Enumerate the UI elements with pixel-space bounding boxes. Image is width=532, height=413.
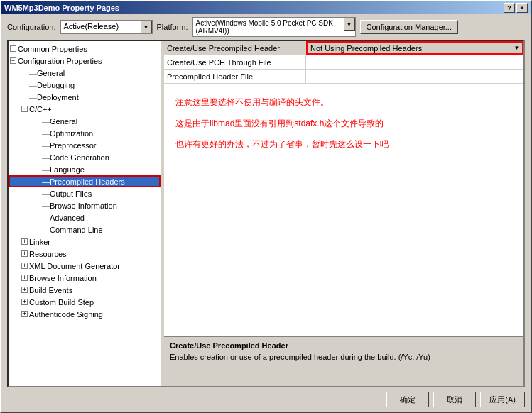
tree-label-config-props: Configuration Properties xyxy=(18,57,102,65)
tree-label-authenticode: Authenticode Signing xyxy=(29,310,103,319)
content-text: 注意这里要选择不使用与编译的头文件。 这是由于libmad里面没有引用到stda… xyxy=(175,95,512,153)
toolbar-row: Configuration: Active(Release) ▼ Platfor… xyxy=(1,14,531,40)
platform-value: Active(Windows Mobile 5.0 Pocket PC SDK … xyxy=(193,18,344,36)
platform-dropdown-arrow[interactable]: ▼ xyxy=(344,18,355,31)
sidebar-item-xml-document[interactable]: + XML Document Generator xyxy=(9,260,161,272)
title-bar-buttons: ? × xyxy=(504,3,528,13)
expand-icon-cpp[interactable]: − xyxy=(21,106,28,112)
tree-connector: — xyxy=(29,81,37,89)
main-content: + Common Properties − Configuration Prop… xyxy=(7,40,525,387)
tree-label-advanced: Advanced xyxy=(50,214,85,222)
tree-label-language: Language xyxy=(50,165,85,174)
sidebar-item-optimization[interactable]: — Optimization xyxy=(9,127,161,139)
expand-icon-config[interactable]: − xyxy=(10,57,16,64)
sidebar-item-language[interactable]: — Language xyxy=(9,163,161,175)
description-text: Enables creation or use of a precompiled… xyxy=(170,353,518,361)
close-button[interactable]: × xyxy=(516,3,528,13)
prop-value-pch-file[interactable] xyxy=(306,70,523,83)
sidebar-item-custom-build-step[interactable]: + Custom Build Step xyxy=(9,296,161,308)
tree-label-common-props: Common Properties xyxy=(18,45,87,53)
prop-name-pch-file: Precompiled Header File xyxy=(164,70,306,83)
window-title: WM5Mp3Demo Property Pages xyxy=(4,4,119,12)
sidebar-item-build-events[interactable]: + Build Events xyxy=(9,284,161,296)
prop-row-pch-file: Precompiled Header File xyxy=(164,70,523,84)
sidebar-item-preprocessor[interactable]: — Preprocessor xyxy=(9,139,161,151)
tree-label-cpp: C/C++ xyxy=(29,105,52,114)
tree-label-optimization: Optimization xyxy=(50,129,93,138)
config-value: Active(Release) xyxy=(61,21,141,33)
expand-icon-authenticode[interactable]: + xyxy=(21,311,28,317)
tree-label-general: General xyxy=(37,69,65,77)
sidebar-item-browse-information-child[interactable]: — Browse Information xyxy=(9,199,161,211)
expand-icon-custom-build[interactable]: + xyxy=(21,299,28,305)
prop-dropdown-arrow[interactable]: ▼ xyxy=(511,43,522,53)
platform-dropdown[interactable]: Active(Windows Mobile 5.0 Pocket PC SDK … xyxy=(192,17,356,37)
sidebar-item-code-generation[interactable]: — Code Generation xyxy=(9,151,161,163)
tree-label-custom-build-step: Custom Build Step xyxy=(29,298,94,307)
content-area: 注意这里要选择不使用与编译的头文件。 这是由于libmad里面没有引用到stda… xyxy=(164,84,523,164)
cancel-button[interactable]: 取消 xyxy=(433,392,476,407)
expand-icon-build-events[interactable]: + xyxy=(21,287,28,293)
prop-row-create-use-pch: Create/Use Precompiled Header Not Using … xyxy=(164,41,523,55)
prop-row-pch-through: Create/Use PCH Through File xyxy=(164,55,523,70)
tree-label-browse-information-child: Browse Information xyxy=(50,202,117,210)
tree-label-browse-info: Browse Information xyxy=(29,274,97,282)
expand-icon-browse[interactable]: + xyxy=(21,275,28,281)
sidebar-item-browse-info[interactable]: + Browse Information xyxy=(9,272,161,284)
config-manager-button[interactable]: Configuration Manager... xyxy=(360,20,458,34)
platform-label: Platform: xyxy=(157,23,188,31)
tree-connector: — xyxy=(42,129,50,138)
right-panel: Create/Use Precompiled Header Not Using … xyxy=(164,41,523,386)
sidebar-item-resources[interactable]: + Resources xyxy=(9,248,161,260)
content-line3: 也许有更好的办法，不过为了省事，暂时先这么设一下吧 xyxy=(175,137,512,153)
sidebar-item-precompiled-headers[interactable]: — Precompiled Headers xyxy=(9,175,161,187)
expand-icon-resources[interactable]: + xyxy=(21,250,28,257)
sidebar-item-linker[interactable]: + Linker xyxy=(9,236,161,248)
tree-label-command-line: Command Line xyxy=(50,226,103,234)
tree-connector: — xyxy=(42,189,50,198)
apply-button[interactable]: 应用(A) xyxy=(480,392,525,407)
tree-connector: — xyxy=(42,214,50,222)
tree-label-xml-document: XML Document Generator xyxy=(29,262,120,270)
config-dropdown[interactable]: Active(Release) ▼ xyxy=(60,20,153,34)
expand-icon-common[interactable]: + xyxy=(10,45,16,52)
sidebar-item-advanced[interactable]: — Advanced xyxy=(9,211,161,224)
sidebar-item-config-props[interactable]: − Configuration Properties xyxy=(9,55,161,67)
tree-label-cpp-general: General xyxy=(50,117,77,126)
ok-button[interactable]: 确定 xyxy=(386,392,429,407)
sidebar-item-common-props[interactable]: + Common Properties xyxy=(9,43,161,55)
tree-label-debugging: Debugging xyxy=(37,81,75,89)
tree-connector: — xyxy=(42,202,50,210)
expand-icon-linker[interactable]: + xyxy=(21,238,28,245)
sidebar-item-output-files[interactable]: — Output Files xyxy=(9,187,161,199)
expand-icon-xml[interactable]: + xyxy=(21,263,28,269)
help-button[interactable]: ? xyxy=(504,3,515,13)
tree-label-preprocessor: Preprocessor xyxy=(50,141,96,150)
tree-label-output-files: Output Files xyxy=(50,189,92,198)
sidebar-item-cpp[interactable]: − C/C++ xyxy=(9,103,161,115)
tree-panel: + Common Properties − Configuration Prop… xyxy=(9,41,161,386)
content-line2: 这是由于libmad里面没有引用到stdafx.h这个文件导致的 xyxy=(175,116,512,132)
sidebar-item-command-line[interactable]: — Command Line xyxy=(9,224,161,236)
sidebar-item-general[interactable]: — General xyxy=(9,67,161,79)
property-grid: Create/Use Precompiled Header Not Using … xyxy=(164,41,523,336)
tree-connector: — xyxy=(42,117,50,126)
tree-connector: — xyxy=(42,141,50,150)
tree-label-deployment: Deployment xyxy=(37,93,79,101)
prop-value-pch-through[interactable] xyxy=(306,55,523,69)
sidebar-item-authenticode[interactable]: + Authenticode Signing xyxy=(9,308,161,320)
tree-label-code-generation: Code Generation xyxy=(50,153,109,162)
config-dropdown-arrow[interactable]: ▼ xyxy=(141,21,152,33)
tree-label-build-events: Build Events xyxy=(29,286,72,294)
tree-connector: — xyxy=(29,69,37,77)
tree-label-resources: Resources xyxy=(29,250,67,258)
property-pages-window: WM5Mp3Demo Property Pages ? × Configurat… xyxy=(0,0,532,413)
prop-name-create-use-pch: Create/Use Precompiled Header xyxy=(164,41,306,55)
tree-label-precompiled-headers: Precompiled Headers xyxy=(50,177,125,186)
sidebar-item-debugging[interactable]: — Debugging xyxy=(9,79,161,91)
prop-name-pch-through: Create/Use PCH Through File xyxy=(164,55,306,69)
tree-connector: — xyxy=(42,165,50,174)
prop-value-create-use-pch[interactable]: Not Using Precompiled Headers ▼ xyxy=(306,41,523,55)
sidebar-item-cpp-general[interactable]: — General xyxy=(9,115,161,127)
sidebar-item-deployment[interactable]: — Deployment xyxy=(9,91,161,103)
